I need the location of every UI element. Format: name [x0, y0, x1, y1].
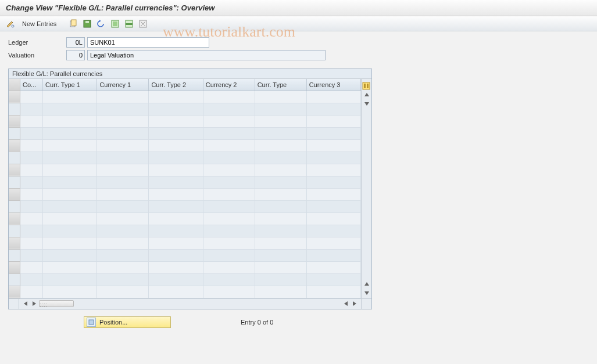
- row-selector[interactable]: [9, 115, 20, 127]
- table-cell[interactable]: [203, 152, 255, 164]
- table-cell[interactable]: [20, 139, 43, 152]
- row-selector[interactable]: [9, 152, 20, 164]
- table-cell[interactable]: [203, 115, 255, 127]
- table-cell[interactable]: [97, 188, 149, 200]
- scroll-up-button[interactable]: [363, 91, 371, 99]
- table-cell[interactable]: [43, 261, 97, 273]
- table-row[interactable]: [9, 91, 361, 103]
- table-row[interactable]: [9, 249, 361, 261]
- table-cell[interactable]: [203, 176, 255, 188]
- hscroll-left-controls[interactable]: ::::: [19, 300, 76, 308]
- table-cell[interactable]: [97, 152, 149, 164]
- table-row[interactable]: [9, 176, 361, 188]
- row-selector[interactable]: [9, 261, 20, 273]
- table-cell[interactable]: [203, 164, 255, 176]
- table-cell[interactable]: [255, 188, 306, 200]
- table-cell[interactable]: [149, 152, 203, 164]
- table-cell[interactable]: [255, 249, 306, 261]
- table-cell[interactable]: [306, 212, 360, 225]
- table-cell[interactable]: [43, 152, 97, 164]
- table-cell[interactable]: [255, 176, 306, 188]
- table-cell[interactable]: [306, 237, 360, 249]
- table-cell[interactable]: [255, 286, 306, 298]
- table-cell[interactable]: [255, 139, 306, 152]
- table-cell[interactable]: [203, 103, 255, 115]
- scroll-right-button[interactable]: [30, 300, 38, 308]
- table-cell[interactable]: [20, 115, 43, 127]
- table-cell[interactable]: [255, 152, 306, 164]
- row-selector[interactable]: [9, 188, 20, 200]
- row-selector[interactable]: [9, 237, 20, 249]
- table-cell[interactable]: [43, 286, 97, 298]
- table-cell[interactable]: [203, 237, 255, 249]
- hscroll-thumb[interactable]: ::::: [39, 300, 74, 307]
- table-cell[interactable]: [149, 91, 203, 103]
- table-cell[interactable]: [43, 273, 97, 286]
- table-cell[interactable]: [306, 127, 360, 139]
- table-cell[interactable]: [149, 249, 203, 261]
- valuation-code-input[interactable]: [66, 50, 85, 60]
- table-cell[interactable]: [43, 212, 97, 225]
- table-cell[interactable]: [97, 261, 149, 273]
- table-cell[interactable]: [149, 115, 203, 127]
- table-cell[interactable]: [97, 273, 149, 286]
- scroll-left-button-r[interactable]: [342, 300, 350, 308]
- select-all-button[interactable]: [109, 18, 121, 30]
- table-cell[interactable]: [149, 139, 203, 152]
- row-selector[interactable]: [9, 273, 20, 286]
- table-cell[interactable]: [97, 91, 149, 103]
- col-header[interactable]: Curr. Type: [255, 79, 306, 91]
- table-cell[interactable]: [255, 91, 306, 103]
- table-cell[interactable]: [20, 249, 43, 261]
- table-cell[interactable]: [43, 139, 97, 152]
- table-cell[interactable]: [149, 225, 203, 237]
- data-grid[interactable]: Co... Curr. Type 1 Currency 1 Curr. Type…: [9, 79, 361, 298]
- table-cell[interactable]: [306, 152, 360, 164]
- col-header[interactable]: Curr. Type 2: [149, 79, 203, 91]
- scroll-left-button[interactable]: [22, 300, 30, 308]
- table-cell[interactable]: [203, 139, 255, 152]
- table-row[interactable]: [9, 225, 361, 237]
- table-cell[interactable]: [149, 103, 203, 115]
- table-cell[interactable]: [149, 176, 203, 188]
- table-row[interactable]: [9, 237, 361, 249]
- table-row[interactable]: [9, 188, 361, 200]
- table-cell[interactable]: [20, 212, 43, 225]
- table-cell[interactable]: [20, 176, 43, 188]
- table-row[interactable]: [9, 164, 361, 176]
- table-cell[interactable]: [43, 249, 97, 261]
- position-button[interactable]: Position...: [84, 316, 171, 328]
- table-cell[interactable]: [97, 103, 149, 115]
- table-cell[interactable]: [149, 200, 203, 212]
- table-cell[interactable]: [306, 225, 360, 237]
- table-cell[interactable]: [149, 127, 203, 139]
- table-cell[interactable]: [20, 152, 43, 164]
- table-cell[interactable]: [306, 139, 360, 152]
- select-block-button[interactable]: [123, 18, 135, 30]
- table-cell[interactable]: [149, 273, 203, 286]
- table-cell[interactable]: [203, 261, 255, 273]
- table-row[interactable]: [9, 152, 361, 164]
- table-cell[interactable]: [97, 212, 149, 225]
- table-cell[interactable]: [203, 188, 255, 200]
- table-cell[interactable]: [43, 127, 97, 139]
- row-selector[interactable]: [9, 225, 20, 237]
- col-header[interactable]: Currency 2: [203, 79, 255, 91]
- table-cell[interactable]: [43, 188, 97, 200]
- row-selector[interactable]: [9, 286, 20, 298]
- table-cell[interactable]: [306, 115, 360, 127]
- col-header[interactable]: Curr. Type 1: [43, 79, 97, 91]
- vertical-scrollbar[interactable]: [361, 79, 371, 298]
- table-cell[interactable]: [203, 225, 255, 237]
- table-cell[interactable]: [43, 164, 97, 176]
- table-cell[interactable]: [306, 176, 360, 188]
- table-cell[interactable]: [203, 91, 255, 103]
- table-cell[interactable]: [255, 164, 306, 176]
- table-cell[interactable]: [43, 225, 97, 237]
- toggle-detail-button[interactable]: [5, 18, 16, 30]
- table-cell[interactable]: [306, 286, 360, 298]
- table-cell[interactable]: [255, 225, 306, 237]
- table-cell[interactable]: [149, 237, 203, 249]
- table-cell[interactable]: [149, 286, 203, 298]
- table-cell[interactable]: [306, 91, 360, 103]
